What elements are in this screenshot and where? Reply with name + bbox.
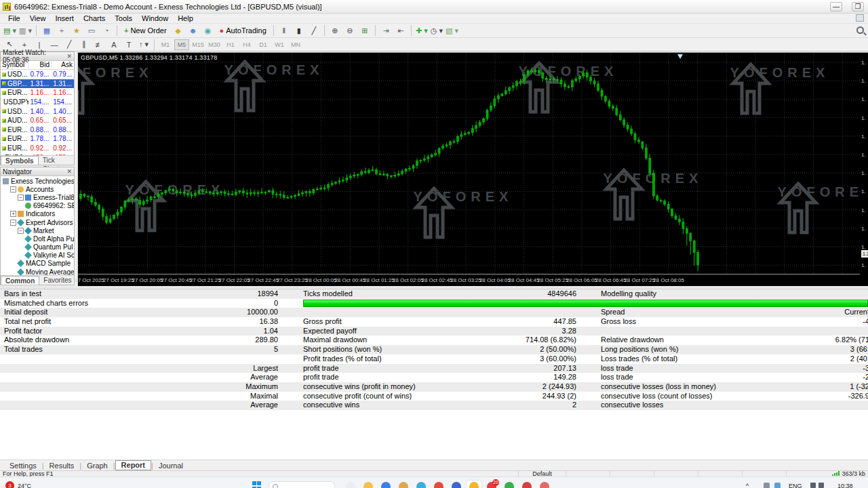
- tree-expand-icon[interactable]: +: [10, 211, 16, 217]
- mt4-taskbar-icon[interactable]: [469, 482, 479, 488]
- timeframe-w1[interactable]: W1: [272, 39, 287, 50]
- timeframe-d1[interactable]: D1: [256, 39, 271, 50]
- teams-icon[interactable]: [416, 482, 426, 488]
- tray-icon-2[interactable]: [774, 483, 781, 488]
- menu-charts[interactable]: Charts: [79, 14, 110, 22]
- new-chart-icon[interactable]: ▤ ▾: [3, 24, 17, 37]
- weather-badge-icon[interactable]: 3: [5, 481, 14, 488]
- profiles-icon[interactable]: ▥ ▾: [18, 24, 33, 37]
- market-watch-tab-symbols[interactable]: Symbols: [1, 156, 39, 165]
- navigator-item-exness-trial8[interactable]: −Exness-Trial8: [1, 193, 74, 201]
- tab-graph[interactable]: Graph: [81, 462, 113, 470]
- mail-icon[interactable]: 20: [487, 482, 496, 488]
- market-watch-row[interactable]: USD...1.40...1.40...: [1, 106, 74, 116]
- options-icon[interactable]: ◉: [201, 24, 215, 37]
- wifi-icon[interactable]: [810, 483, 816, 488]
- candlestick-chart[interactable]: [78, 53, 860, 274]
- market-watch-row[interactable]: USD...0.79...0.79...: [1, 70, 74, 79]
- green-app-icon[interactable]: [505, 482, 514, 488]
- market-watch-row[interactable]: EUR...1.78...1.78...: [1, 134, 74, 144]
- folder2-icon[interactable]: [399, 482, 408, 488]
- tray-icon-1[interactable]: [764, 483, 770, 488]
- zoom-out-icon[interactable]: ⊖: [343, 24, 357, 37]
- chart-window[interactable]: GBPUSD,M5 1.33286 1.33294 1.33174 1.3317…: [78, 52, 868, 286]
- maximize-button[interactable]: ❐: [852, 2, 864, 12]
- temperature-label[interactable]: 24°C: [18, 483, 31, 488]
- market-watch-tab-tick-chart[interactable]: Tick Chart: [39, 156, 74, 165]
- timeframe-h4[interactable]: H4: [239, 39, 254, 50]
- channel-tool-icon[interactable]: ∥: [77, 39, 91, 51]
- app-blue-icon[interactable]: [452, 482, 461, 488]
- menu-file[interactable]: File: [3, 14, 25, 22]
- edge-browser-icon[interactable]: [381, 482, 391, 488]
- menu-window[interactable]: Window: [137, 14, 173, 22]
- tab-results[interactable]: Results: [44, 462, 80, 470]
- windows-start-icon[interactable]: [252, 481, 262, 488]
- candlestick-mode-icon[interactable]: ▮: [292, 24, 306, 37]
- language-indicator[interactable]: ENG: [789, 483, 802, 488]
- timeframe-h1[interactable]: H1: [223, 39, 238, 50]
- pink-app-icon[interactable]: [540, 482, 549, 488]
- auto-scroll-icon[interactable]: ⇥: [379, 24, 393, 37]
- terminal-toggle-icon[interactable]: ▭: [85, 24, 98, 37]
- chart-plot-area[interactable]: GBPUSD,M5 1.33286 1.33294 1.33174 1.3317…: [78, 53, 860, 274]
- timeframe-m30[interactable]: M30: [207, 39, 222, 50]
- navigator-item-indicators[interactable]: +Indicators: [1, 210, 74, 218]
- file-explorer-icon[interactable]: [346, 482, 355, 488]
- navigator-close-icon[interactable]: ✕: [66, 168, 72, 175]
- tree-collapse-icon[interactable]: −: [18, 195, 24, 201]
- menu-help[interactable]: Help: [173, 14, 198, 22]
- timeframe-m15[interactable]: M15: [191, 39, 205, 50]
- navigator-tab-common[interactable]: Common: [1, 276, 39, 285]
- navigator-item-exness-technologies-mt4[interactable]: Exness Technologies MT4: [1, 177, 74, 185]
- periods-icon[interactable]: ◷ ▾: [430, 24, 443, 37]
- menu-view[interactable]: View: [25, 14, 51, 22]
- menu-tools[interactable]: Tools: [110, 14, 137, 22]
- expert-advisors-icon[interactable]: ☻: [186, 24, 200, 37]
- search-input[interactable]: [269, 481, 335, 488]
- toolbar-search-icon[interactable]: [856, 26, 864, 34]
- fibonacci-tool-icon[interactable]: ≢: [92, 39, 106, 51]
- tree-collapse-icon[interactable]: −: [10, 186, 16, 192]
- chart-shift-icon[interactable]: ⇤: [394, 24, 408, 37]
- market-watch-row[interactable]: USDJPY154....154....: [1, 98, 74, 107]
- navigator-item-quantum-pul[interactable]: Quantum Pul: [1, 243, 74, 251]
- minimize-button[interactable]: —: [830, 2, 842, 12]
- label-tool-icon[interactable]: T: [122, 39, 136, 51]
- market-watch-row[interactable]: EUR...1.16...1.16...: [1, 88, 74, 98]
- tree-collapse-icon[interactable]: −: [10, 220, 16, 226]
- red-app-icon[interactable]: [522, 482, 532, 488]
- market-watch-toggle-icon[interactable]: ▦: [40, 24, 54, 37]
- strategy-tester-icon[interactable]: ◔: [100, 24, 113, 37]
- timeframe-m5[interactable]: M5: [174, 39, 189, 50]
- tray-caret-icon[interactable]: ^: [746, 483, 749, 488]
- chrome-icon[interactable]: [434, 482, 443, 488]
- tile-windows-icon[interactable]: ⊞: [358, 24, 372, 37]
- tree-collapse-icon[interactable]: −: [18, 228, 24, 234]
- timeframe-mn[interactable]: MN: [288, 39, 303, 50]
- market-watch-row[interactable]: GBP...1.31...1.31...: [1, 79, 74, 89]
- navigator-item-accounts[interactable]: −Accounts: [1, 185, 74, 193]
- templates-icon[interactable]: ▧ ▾: [445, 24, 459, 37]
- clock-label[interactable]: 10:38: [837, 483, 853, 488]
- autotrading-button[interactable]: ●AutoTrading: [216, 24, 271, 37]
- new-order-button[interactable]: +New Order: [120, 24, 171, 37]
- navigator-item-macd-sample[interactable]: MACD Sample: [1, 260, 74, 268]
- navigator-item-moving-average[interactable]: Moving Average: [1, 268, 74, 275]
- navigator-item-valkyrie-ai-sc[interactable]: Valkyrie AI Sc: [1, 251, 74, 260]
- market-watch-close-icon[interactable]: ✕: [66, 53, 72, 60]
- navigator-item-dolt-alpha-pu[interactable]: Dolt Alpha Pu: [1, 235, 74, 243]
- line-chart-mode-icon[interactable]: ╱: [307, 24, 321, 37]
- timeframe-m1[interactable]: M1: [158, 39, 173, 50]
- tab-settings[interactable]: Settings: [4, 462, 42, 470]
- volume-icon[interactable]: [818, 483, 824, 488]
- zoom-in-icon[interactable]: ⊕: [328, 24, 342, 37]
- bar-chart-mode-icon[interactable]: ‖: [277, 24, 291, 37]
- chart-window-controls-icon[interactable]: [856, 14, 864, 22]
- folder-icon[interactable]: [363, 482, 373, 488]
- market-watch-row[interactable]: EUR...0.88...0.88...: [1, 125, 74, 135]
- text-tool-icon[interactable]: A: [107, 39, 121, 51]
- navigator-item-market[interactable]: −Market: [1, 226, 74, 235]
- shapes-tool-icon[interactable]: ↑ ▾: [137, 39, 151, 51]
- tab-report[interactable]: Report: [115, 460, 151, 470]
